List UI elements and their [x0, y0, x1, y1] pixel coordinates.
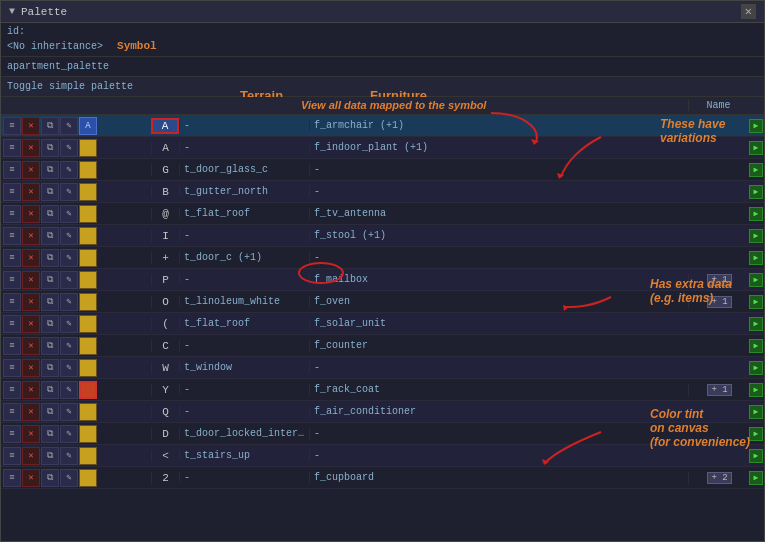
delete-icon[interactable]: ✕	[22, 205, 40, 223]
table-row[interactable]: ≡✕⧉✎A-f_indoor_plant (+1)▶	[1, 137, 764, 159]
copy-icon[interactable]: ⧉	[41, 271, 59, 289]
menu-icon[interactable]: ≡	[3, 227, 21, 245]
color-pick-icon[interactable]	[79, 359, 97, 377]
color-swatch[interactable]	[79, 381, 97, 399]
color-pick-icon[interactable]	[79, 271, 97, 289]
copy-icon[interactable]: ⧉	[41, 205, 59, 223]
expand-arrow-button[interactable]: ▶	[749, 185, 763, 199]
color-pick-icon[interactable]	[79, 315, 97, 333]
table-row[interactable]: ≡✕⧉✎<t_stairs_up-▶	[1, 445, 764, 467]
delete-icon[interactable]: ✕	[22, 469, 40, 487]
edit-icon[interactable]: ✎	[60, 315, 78, 333]
delete-icon[interactable]: ✕	[22, 249, 40, 267]
expand-arrow-button[interactable]: ▶	[749, 383, 763, 397]
expand-arrow-button[interactable]: ▶	[749, 339, 763, 353]
menu-icon[interactable]: ≡	[3, 381, 21, 399]
table-row[interactable]: ≡✕⧉✎P-f_mailbox+ 1▶	[1, 269, 764, 291]
copy-icon[interactable]: ⧉	[41, 469, 59, 487]
edit-icon[interactable]: ✎	[60, 161, 78, 179]
edit-icon[interactable]: ✎	[60, 359, 78, 377]
menu-icon[interactable]: ≡	[3, 205, 21, 223]
close-button[interactable]: ✕	[741, 4, 756, 19]
table-row[interactable]: ≡✕⧉✎2-f_cupboard+ 2▶	[1, 467, 764, 489]
table-row[interactable]: ≡✕⧉✎Wt_window-▶	[1, 357, 764, 379]
copy-icon[interactable]: ⧉	[41, 315, 59, 333]
color-pick-icon[interactable]	[79, 227, 97, 245]
color-pick-icon[interactable]	[79, 425, 97, 443]
copy-icon[interactable]: ⧉	[41, 249, 59, 267]
delete-icon[interactable]: ✕	[22, 139, 40, 157]
copy-icon[interactable]: ⧉	[41, 161, 59, 179]
expand-arrow-button[interactable]: ▶	[749, 229, 763, 243]
menu-icon[interactable]: ≡	[3, 117, 21, 135]
delete-icon[interactable]: ✕	[22, 403, 40, 421]
edit-icon[interactable]: ✎	[60, 139, 78, 157]
color-pick-icon[interactable]	[79, 249, 97, 267]
delete-icon[interactable]: ✕	[22, 315, 40, 333]
color-pick-icon[interactable]	[79, 469, 97, 487]
menu-icon[interactable]: ≡	[3, 403, 21, 421]
copy-icon[interactable]: ⧉	[41, 227, 59, 245]
table-row[interactable]: ≡✕⧉✎(t_flat_rooff_solar_unit▶	[1, 313, 764, 335]
menu-icon[interactable]: ≡	[3, 359, 21, 377]
copy-icon[interactable]: ⧉	[41, 447, 59, 465]
color-pick-icon[interactable]	[79, 183, 97, 201]
expand-arrow-button[interactable]: ▶	[749, 251, 763, 265]
expand-arrow-button[interactable]: ▶	[749, 207, 763, 221]
expand-arrow-button[interactable]: ▶	[749, 119, 763, 133]
expand-arrow-button[interactable]: ▶	[749, 427, 763, 441]
edit-icon[interactable]: ✎	[60, 249, 78, 267]
table-body[interactable]: ≡✕⧉✎AA-f_armchair (+1)▶≡✕⧉✎A-f_indoor_pl…	[1, 115, 764, 541]
delete-icon[interactable]: ✕	[22, 271, 40, 289]
menu-icon[interactable]: ≡	[3, 447, 21, 465]
delete-icon[interactable]: ✕	[22, 447, 40, 465]
edit-icon[interactable]: ✎	[60, 117, 78, 135]
delete-icon[interactable]: ✕	[22, 117, 40, 135]
copy-icon[interactable]: ⧉	[41, 293, 59, 311]
table-row[interactable]: ≡✕⧉✎Dt_door_locked_interio-▶	[1, 423, 764, 445]
copy-icon[interactable]: ⧉	[41, 139, 59, 157]
menu-icon[interactable]: ≡	[3, 469, 21, 487]
expand-arrow-button[interactable]: ▶	[749, 361, 763, 375]
table-row[interactable]: ≡✕⧉✎C-f_counter▶	[1, 335, 764, 357]
expand-arrow-button[interactable]: ▶	[749, 141, 763, 155]
menu-icon[interactable]: ≡	[3, 161, 21, 179]
edit-icon[interactable]: ✎	[60, 403, 78, 421]
color-pick-icon[interactable]	[79, 161, 97, 179]
expand-arrow-button[interactable]: ▶	[749, 405, 763, 419]
table-row[interactable]: ≡✕⧉✎Q-f_air_conditioner▶	[1, 401, 764, 423]
table-row[interactable]: ≡✕⧉✎Bt_gutter_north-▶	[1, 181, 764, 203]
table-row[interactable]: ≡✕⧉✎+t_door_c (+1)-▶	[1, 247, 764, 269]
copy-icon[interactable]: ⧉	[41, 425, 59, 443]
expand-arrow-button[interactable]: ▶	[749, 295, 763, 309]
color-pick-icon[interactable]	[79, 447, 97, 465]
color-pick-icon[interactable]	[79, 139, 97, 157]
expand-arrow-button[interactable]: ▶	[749, 471, 763, 485]
delete-icon[interactable]: ✕	[22, 227, 40, 245]
menu-icon[interactable]: ≡	[3, 271, 21, 289]
edit-icon[interactable]: ✎	[60, 337, 78, 355]
table-row[interactable]: ≡✕⧉✎Y-f_rack_coat+ 1▶	[1, 379, 764, 401]
expand-arrow-button[interactable]: ▶	[749, 273, 763, 287]
edit-icon[interactable]: ✎	[60, 469, 78, 487]
delete-icon[interactable]: ✕	[22, 425, 40, 443]
edit-icon[interactable]: ✎	[60, 425, 78, 443]
menu-icon[interactable]: ≡	[3, 293, 21, 311]
color-pick-icon[interactable]	[79, 205, 97, 223]
menu-icon[interactable]: ≡	[3, 315, 21, 333]
edit-icon[interactable]: ✎	[60, 227, 78, 245]
expand-arrow-button[interactable]: ▶	[749, 317, 763, 331]
copy-icon[interactable]: ⧉	[41, 359, 59, 377]
expand-arrow-button[interactable]: ▶	[749, 449, 763, 463]
expand-arrow-button[interactable]: ▶	[749, 163, 763, 177]
edit-icon[interactable]: ✎	[60, 205, 78, 223]
table-row[interactable]: ≡✕⧉✎Ot_linoleum_whitef_oven+ 1▶	[1, 291, 764, 313]
copy-icon[interactable]: ⧉	[41, 381, 59, 399]
table-row[interactable]: ≡✕⧉✎@t_flat_rooff_tv_antenna▶	[1, 203, 764, 225]
edit-icon[interactable]: ✎	[60, 271, 78, 289]
delete-icon[interactable]: ✕	[22, 381, 40, 399]
delete-icon[interactable]: ✕	[22, 161, 40, 179]
delete-icon[interactable]: ✕	[22, 337, 40, 355]
copy-icon[interactable]: ⧉	[41, 403, 59, 421]
delete-icon[interactable]: ✕	[22, 359, 40, 377]
